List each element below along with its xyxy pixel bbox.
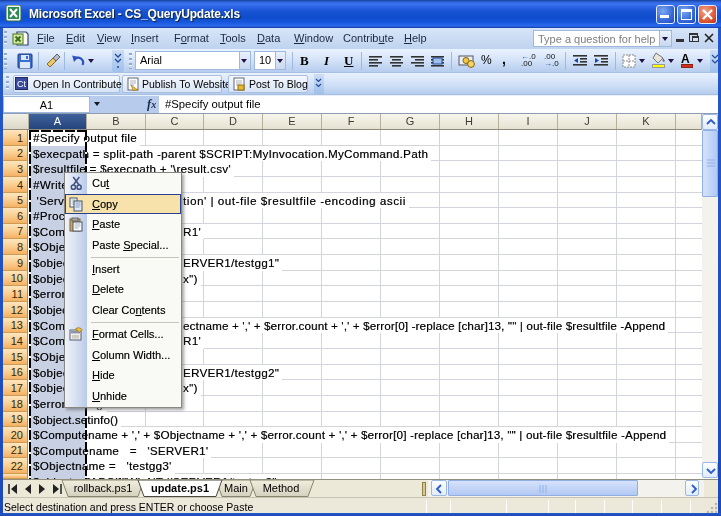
svg-text:update.ps1: update.ps1 [151, 482, 209, 494]
svg-text:rollback.ps1: rollback.ps1 [74, 482, 133, 494]
svg-text:Method: Method [263, 482, 300, 494]
svg-text:Main: Main [224, 482, 248, 494]
